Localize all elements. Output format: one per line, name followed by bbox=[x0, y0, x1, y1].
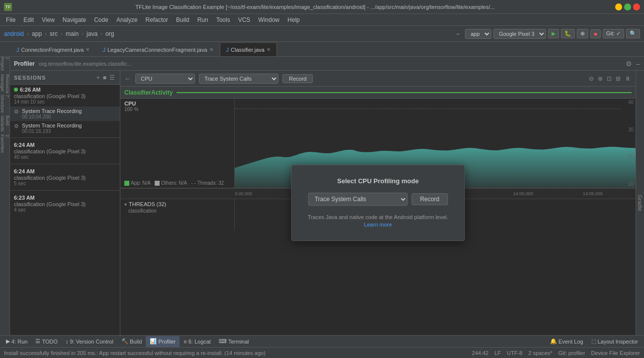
tab-close-btn[interactable]: ✕ bbox=[86, 47, 90, 52]
favorites-icon[interactable]: 2: Favorites bbox=[0, 139, 9, 147]
tab-java-icon2: J bbox=[102, 47, 105, 53]
search-everywhere-btn[interactable]: 🔍 bbox=[626, 29, 640, 38]
breadcrumb-app[interactable]: app bbox=[32, 30, 42, 37]
main-layout: 1: Project Resource Manager 7: Structure… bbox=[0, 57, 644, 335]
profiler-path: org.tensorflow.lite.examples.classific..… bbox=[39, 61, 131, 67]
overlay-record-btn[interactable]: Record bbox=[412, 193, 448, 205]
threads-label-col: ▾ THREADS (32) classification bbox=[120, 199, 235, 231]
app-legend-label: App: N/A bbox=[131, 180, 151, 186]
build-variants-icon[interactable]: Build Variants bbox=[0, 119, 9, 127]
profiler-settings-btn[interactable]: ⚙ bbox=[626, 60, 632, 68]
bottom-vcs-btn[interactable]: ↕ 9: Version Control bbox=[62, 336, 117, 347]
profiler-back-btn[interactable]: ← bbox=[124, 75, 131, 83]
pause-btn[interactable]: ⏸ bbox=[624, 74, 632, 83]
add-session-btn[interactable]: + bbox=[95, 74, 101, 81]
menu-window[interactable]: Window bbox=[254, 15, 283, 24]
session-name-2: classification (Google Pixel 3) bbox=[14, 148, 116, 154]
overlay-trace-dropdown[interactable]: Trace System Calls bbox=[308, 193, 408, 206]
minimize-btn[interactable] bbox=[615, 3, 622, 10]
trace-mode-dropdown[interactable]: Trace System Calls bbox=[199, 74, 278, 84]
menu-vcs[interactable]: VCS bbox=[234, 15, 255, 24]
menu-build[interactable]: Build bbox=[172, 15, 193, 24]
bottom-todo-btn[interactable]: ☰ TODO bbox=[31, 336, 62, 347]
activity-name: ClassifierActivity bbox=[124, 89, 173, 96]
debug-button[interactable]: 🐛 bbox=[561, 29, 575, 38]
breadcrumb-main[interactable]: main bbox=[66, 30, 79, 37]
sessions-header: SESSIONS + ■ ☰ bbox=[10, 71, 120, 85]
build-label: Build bbox=[130, 339, 142, 345]
menu-help[interactable]: Help bbox=[283, 15, 304, 24]
window-controls[interactable] bbox=[615, 3, 640, 10]
device-dropdown[interactable]: Google Pixel 3 bbox=[493, 29, 546, 39]
breadcrumb-org[interactable]: org bbox=[105, 30, 114, 37]
overlay-description: Traces Java and native code at the Andro… bbox=[308, 214, 449, 220]
bottom-run-btn[interactable]: ▶ 4: Run bbox=[2, 336, 31, 347]
y-label-40: 40 bbox=[628, 100, 634, 105]
breadcrumb-android[interactable]: android bbox=[4, 30, 24, 37]
threads-arrow-icon: ▾ bbox=[124, 202, 127, 207]
menu-run[interactable]: Run bbox=[193, 15, 212, 24]
close-btn[interactable] bbox=[633, 3, 640, 10]
session-time-2: 6:24 AM bbox=[14, 142, 116, 148]
session-active-dot bbox=[14, 88, 18, 92]
tab-java-icon3: J bbox=[226, 47, 229, 53]
status-bar: Install successfully finished in 205 ms.… bbox=[0, 347, 644, 358]
stop-button[interactable]: ■ bbox=[590, 29, 601, 38]
window-title: TFLite Image Classification Example [~/o… bbox=[15, 4, 615, 10]
bottom-logcat-btn[interactable]: ≡ 6: Logcat bbox=[180, 336, 215, 347]
toolbar-right-btns: ⊖ ⊕ ⊡ ⊞ ⏸ bbox=[588, 74, 632, 83]
zoom-in-btn[interactable]: ⊖ bbox=[588, 74, 595, 83]
git-btn[interactable]: Git: ✓ bbox=[603, 29, 624, 38]
bottom-layout-inspector-btn[interactable]: ⬚ Layout Inspector bbox=[587, 336, 642, 347]
gradle-panel-label[interactable]: Gradle bbox=[636, 71, 644, 335]
record-button[interactable]: Record bbox=[282, 74, 313, 83]
menu-analyze[interactable]: Analyze bbox=[112, 15, 142, 24]
tab-connection-fragment[interactable]: J ConnectionFragment.java ✕ bbox=[10, 42, 96, 56]
menu-view[interactable]: View bbox=[38, 15, 59, 24]
left-tools: 1: Project Resource Manager 7: Structure… bbox=[0, 57, 10, 335]
overlay-learn-more-link[interactable]: Learn more bbox=[364, 222, 392, 228]
bottom-profiler-btn[interactable]: 📊 Profiler bbox=[146, 336, 180, 347]
tab-legacy-camera[interactable]: J LegacyCameraConnectionFragment.java ✕ bbox=[96, 42, 219, 56]
tab-classifier[interactable]: J Classifier.java ✕ bbox=[220, 42, 277, 56]
session-group-3: 6:24 AM classification (Google Pixel 3) … bbox=[10, 166, 120, 188]
bottom-event-log-btn[interactable]: 🔔 Event Log bbox=[546, 336, 587, 347]
stop-session-btn[interactable]: ■ bbox=[102, 74, 107, 81]
menu-file[interactable]: File bbox=[2, 15, 19, 24]
device-file-explorer-label[interactable]: Device File Explorer bbox=[591, 350, 640, 356]
cpu-mode-dropdown[interactable]: CPU bbox=[135, 74, 195, 84]
breadcrumb-java[interactable]: java bbox=[87, 30, 97, 37]
menu-tools[interactable]: Tools bbox=[212, 15, 234, 24]
zoom-reset-btn[interactable]: ⊞ bbox=[615, 74, 622, 83]
threads-title-row[interactable]: ▾ THREADS (32) bbox=[124, 201, 230, 207]
resource-manager-icon[interactable]: Resource Manager bbox=[0, 80, 9, 88]
others-legend-label: Others: N/A bbox=[161, 180, 187, 186]
bottom-build-btn[interactable]: 🔨 Build bbox=[117, 336, 146, 347]
menu-edit[interactable]: Edit bbox=[19, 15, 38, 24]
menu-refactor[interactable]: Refactor bbox=[142, 15, 172, 24]
session-trace-2[interactable]: ⚙ System Trace Recording 00:01:16.193 bbox=[10, 121, 120, 135]
zoom-out-btn[interactable]: ⊕ bbox=[597, 74, 604, 83]
back-nav-btn[interactable]: ← bbox=[454, 30, 463, 38]
more-sessions-btn[interactable]: ☰ bbox=[108, 74, 116, 81]
tick-1: 3:40.000 bbox=[235, 191, 252, 196]
sessions-header-btns: + ■ ☰ bbox=[95, 74, 116, 81]
activity-bar: ClassifierActivity bbox=[120, 87, 636, 99]
attach-button[interactable]: ⊕ bbox=[577, 29, 588, 38]
fit-btn[interactable]: ⊡ bbox=[606, 74, 613, 83]
tab-close-btn2[interactable]: ✕ bbox=[209, 47, 213, 52]
project-tool-icon[interactable]: 1: Project bbox=[0, 60, 9, 68]
structure-icon[interactable]: 7: Structure bbox=[0, 100, 9, 108]
app-module-dropdown[interactable]: app bbox=[465, 29, 491, 39]
status-git: Git: profiler bbox=[558, 350, 585, 356]
maximize-btn[interactable] bbox=[624, 3, 631, 10]
profiler-minimize-btn[interactable]: – bbox=[636, 60, 640, 68]
bottom-terminal-btn[interactable]: ⌨ Terminal bbox=[215, 336, 253, 347]
menu-code[interactable]: Code bbox=[90, 15, 112, 24]
session-trace-1[interactable]: ⚙ System Trace Recording 00:10:04.200 bbox=[10, 107, 120, 121]
breadcrumb-src[interactable]: src bbox=[50, 30, 58, 37]
menu-navigate[interactable]: Navigate bbox=[59, 15, 90, 24]
run-button[interactable]: ▶ bbox=[548, 29, 559, 38]
overlay-row: Trace System Calls Record bbox=[308, 193, 448, 206]
tab-close-btn3[interactable]: ✕ bbox=[267, 47, 271, 52]
